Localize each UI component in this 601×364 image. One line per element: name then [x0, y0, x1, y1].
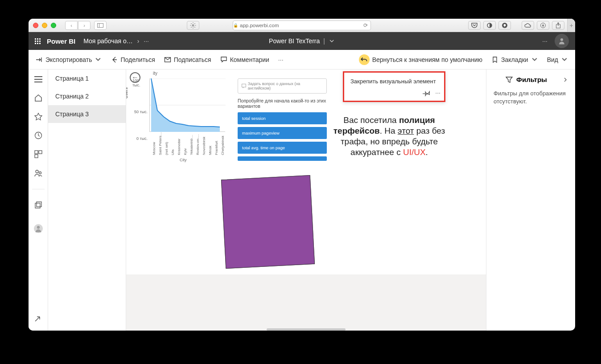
- undo-icon: [359, 54, 370, 65]
- app-launcher-icon[interactable]: [35, 38, 41, 44]
- lock-icon: 🔒: [233, 23, 238, 28]
- x-axis-label: City: [180, 158, 187, 162]
- qna-suggestion-4[interactable]: [238, 156, 327, 161]
- svg-rect-15: [35, 203, 40, 208]
- window-controls: [33, 23, 56, 28]
- settings-button[interactable]: [187, 21, 199, 30]
- back-button[interactable]: ‹: [65, 21, 78, 30]
- svg-rect-16: [37, 202, 41, 207]
- new-tab-button[interactable]: +: [567, 19, 575, 32]
- recent-icon[interactable]: [34, 131, 43, 140]
- horizontal-scrollbar[interactable]: [267, 328, 346, 331]
- more-breadcrumb-icon[interactable]: ···: [144, 37, 149, 45]
- chevron-right-icon: ›: [137, 37, 140, 45]
- chart-plot: [149, 78, 225, 132]
- x-axis: Moscow Saint Peters… (not set) Ufa Krasn…: [149, 133, 225, 160]
- svg-rect-10: [35, 151, 38, 154]
- minimize-window-button[interactable]: [42, 23, 47, 28]
- chevron-down-icon: [561, 56, 568, 63]
- svg-point-7: [560, 38, 563, 41]
- page-item-3[interactable]: Страница 3: [48, 105, 126, 123]
- tooltip-more-icon[interactable]: ···: [435, 89, 440, 96]
- shared-icon[interactable]: [34, 168, 43, 177]
- area-chart[interactable]: ity Users 100 тыс. 50 тыс. 0 тыс.: [126, 70, 233, 168]
- qna-suggestion-1[interactable]: total session: [238, 112, 327, 124]
- browser-titlebar: ‹ › 🔒 app.powerbi.com ⟳ +: [29, 19, 575, 32]
- workspaces-icon[interactable]: [34, 201, 43, 210]
- qna-suggestion-2[interactable]: maximum pageview: [238, 127, 327, 139]
- chevron-down-icon: [531, 56, 538, 63]
- pocket-icon[interactable]: [468, 21, 481, 30]
- subscribe-button[interactable]: Подписаться: [164, 56, 211, 63]
- view-button[interactable]: Вид: [547, 56, 568, 63]
- nav-rail: [29, 70, 48, 331]
- menu-icon[interactable]: [34, 75, 43, 84]
- chevron-right-icon[interactable]: [563, 77, 568, 82]
- chart-title: ity: [153, 71, 157, 76]
- browser-window: ‹ › 🔒 app.powerbi.com ⟳ + Power BI: [29, 19, 575, 331]
- filters-empty-text: Фильтры для отображения отсутствуют.: [494, 90, 568, 106]
- chevron-down-icon[interactable]: [329, 38, 335, 44]
- header-more-icon[interactable]: ···: [542, 37, 547, 45]
- tooltip-text: Закрепить визуальный элемент: [350, 78, 438, 85]
- address-bar[interactable]: 🔒 app.powerbi.com ⟳: [233, 20, 371, 30]
- svg-point-2: [192, 25, 194, 26]
- report-title: Power BI TexTerra |: [269, 37, 335, 45]
- qna-suggestion-3[interactable]: total avg. time on page: [238, 142, 327, 154]
- expand-icon[interactable]: [34, 315, 43, 324]
- report-canvas: ← ity Users 100 тыс. 50 тыс. 0 тыс.: [126, 70, 486, 331]
- svg-point-13: [36, 170, 38, 173]
- apps-icon[interactable]: [34, 150, 43, 159]
- svg-rect-21: [242, 84, 246, 87]
- share-icon[interactable]: [552, 21, 564, 30]
- toolbar-right: [468, 21, 564, 30]
- pin-tooltip: Закрепить визуальный элемент ···: [343, 71, 445, 102]
- svg-rect-0: [98, 23, 103, 27]
- nav-buttons: ‹ ›: [65, 21, 107, 30]
- close-window-button[interactable]: [33, 23, 38, 28]
- filters-header: Фильтры: [494, 76, 568, 83]
- chevron-down-icon: [95, 56, 102, 63]
- qna-prompt: Попробуйте для начала какой-то из этих в…: [238, 98, 327, 109]
- share-button[interactable]: Поделиться: [111, 56, 155, 63]
- purple-shape[interactable]: [221, 175, 315, 269]
- filter-icon: [506, 76, 513, 83]
- page-list: Страница 1 Страница 2 Страница 3: [48, 70, 126, 331]
- bookmarks-button[interactable]: Закладки: [491, 56, 538, 63]
- powerbi-header: Power BI Моя рабочая о… › ··· Power BI T…: [29, 32, 575, 50]
- ext1-icon[interactable]: [483, 21, 496, 30]
- sidebar-toggle-button[interactable]: [94, 21, 107, 30]
- avatar[interactable]: [555, 34, 569, 48]
- action-bar: Экспортировать Поделиться Подписаться Ко…: [29, 50, 575, 70]
- reload-icon[interactable]: ⟳: [363, 22, 368, 29]
- qna-input[interactable]: Задать вопрос о данных (на английском): [238, 78, 327, 94]
- svg-point-18: [37, 226, 39, 229]
- favorites-icon[interactable]: [34, 112, 43, 121]
- y-axis: 100 тыс. 50 тыс. 0 тыс.: [132, 78, 148, 141]
- qna-visual[interactable]: Задать вопрос о данных (на английском) П…: [238, 78, 327, 172]
- filters-pane: Фильтры Фильтры для отображения отсутств…: [486, 70, 575, 331]
- svg-rect-12: [35, 155, 38, 158]
- comments-button[interactable]: Комментарии: [220, 56, 269, 63]
- cloud-icon[interactable]: [522, 21, 534, 30]
- brand-label: Power BI: [47, 37, 75, 45]
- svg-rect-11: [39, 151, 42, 154]
- page-item-2[interactable]: Страница 2: [48, 87, 126, 105]
- forward-button[interactable]: ›: [78, 21, 91, 30]
- pinterest-icon[interactable]: [498, 21, 511, 30]
- reset-button[interactable]: Вернуться к значениям по умолчанию: [359, 54, 482, 65]
- canvas-page: ← ity Users 100 тыс. 50 тыс. 0 тыс.: [126, 70, 486, 274]
- downloads-icon[interactable]: [537, 21, 549, 30]
- home-icon[interactable]: [34, 94, 43, 102]
- my-workspace-icon[interactable]: [34, 224, 43, 233]
- maximize-window-button[interactable]: [51, 23, 56, 28]
- workspace-breadcrumb[interactable]: Моя рабочая о…: [83, 37, 132, 45]
- page-item-1[interactable]: Страница 1: [48, 70, 126, 87]
- svg-point-14: [39, 172, 41, 174]
- export-button[interactable]: Экспортировать: [36, 56, 102, 63]
- url-text: app.powerbi.com: [240, 23, 279, 28]
- main-area: Страница 1 Страница 2 Страница 3 ← ity U…: [29, 70, 575, 331]
- meme-text: Вас посетила полиция терфейсов. На этот …: [327, 115, 452, 158]
- more-actions-icon[interactable]: ···: [278, 56, 284, 63]
- pin-icon[interactable]: [423, 89, 431, 97]
